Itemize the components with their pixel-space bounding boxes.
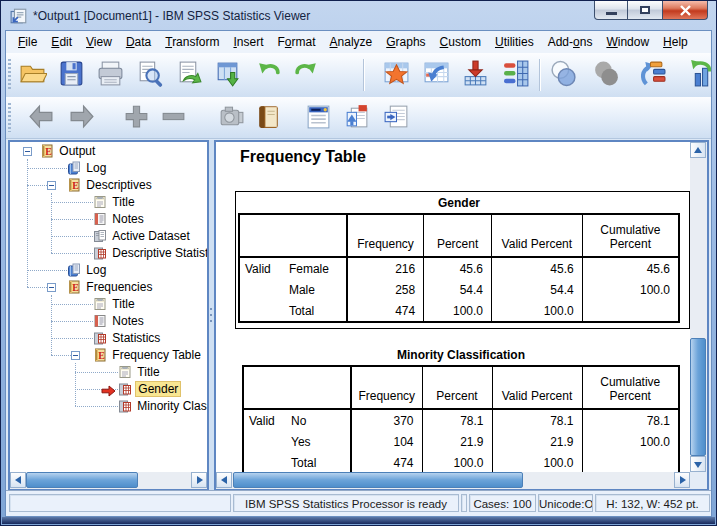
recall-dialogs-icon xyxy=(382,59,411,91)
outline-horizontal-scrollbar[interactable] xyxy=(10,472,207,489)
menu-custom[interactable]: Custom xyxy=(433,33,488,51)
tree-collapse-toggle[interactable] xyxy=(47,181,56,190)
menu-graphs[interactable]: Graphs xyxy=(379,33,432,51)
export-button[interactable] xyxy=(169,56,207,94)
outline-item-output[interactable]: E Output xyxy=(40,143,97,160)
outline-item-active-dataset[interactable]: Active Dataset xyxy=(93,228,192,245)
minimize-button[interactable] xyxy=(594,1,628,20)
toolbar-grip[interactable] xyxy=(8,59,11,91)
goto-data-button[interactable] xyxy=(208,56,246,94)
toolbar-grip[interactable] xyxy=(8,103,11,132)
title-icon xyxy=(93,297,107,311)
demote-button[interactable] xyxy=(63,100,99,136)
status-message: IBM SPSS Statistics Processor is ready xyxy=(233,494,459,512)
outline-item-frequency-table[interactable]: E Frequency Table xyxy=(93,347,203,364)
chart-builder-button[interactable] xyxy=(682,56,711,94)
value-cell: 370 xyxy=(351,409,422,431)
hide-output-button[interactable] xyxy=(213,100,249,136)
variables-button[interactable] xyxy=(497,56,535,94)
menu-transform[interactable]: Transform xyxy=(158,33,226,51)
menu-view[interactable]: View xyxy=(79,33,119,51)
menu-file[interactable]: File xyxy=(11,33,44,51)
tree-guide-line xyxy=(27,168,67,170)
outline-item-minority-class[interactable]: Minority Class xyxy=(118,398,207,415)
toolbar-separator xyxy=(363,59,365,91)
outline-item-statistics[interactable]: Statistics xyxy=(93,330,162,347)
output-vertical-scrollbar[interactable] xyxy=(690,142,707,472)
pivot-table-minority-classification[interactable]: Minority ClassificationFrequencyPercentV… xyxy=(242,346,680,472)
value-cell: 21.9 xyxy=(422,431,492,452)
maximize-button[interactable] xyxy=(628,1,662,20)
outline-item-frequencies[interactable]: E Frequencies xyxy=(67,279,154,296)
tree-collapse-toggle[interactable] xyxy=(47,283,56,292)
insert-variables-button[interactable] xyxy=(456,56,494,94)
outline-item-title[interactable]: Title xyxy=(93,194,137,211)
expand-button[interactable] xyxy=(118,100,154,136)
table-row: Yes10421.921.9100.0 xyxy=(243,431,679,452)
title-bar[interactable]: *Output1 [Document1] - IBM SPSS Statisti… xyxy=(2,2,715,30)
redo-button[interactable] xyxy=(287,56,325,94)
outline-item-descriptives[interactable]: E Descriptives xyxy=(67,177,154,194)
menu-add-ons[interactable]: Add-ons xyxy=(541,33,600,51)
app-icon xyxy=(10,7,28,25)
outline-item-notes[interactable]: Notes xyxy=(93,313,146,330)
table-title: Gender xyxy=(238,194,680,213)
value-cell: 100.0 xyxy=(492,452,582,472)
outline-tree: E Output LogE Descriptives Title Notes A… xyxy=(10,142,207,472)
undo-button[interactable] xyxy=(249,56,287,94)
menu-analyze[interactable]: Analyze xyxy=(323,33,380,51)
maximize-icon xyxy=(640,6,650,14)
collapse-button[interactable] xyxy=(155,100,191,136)
output-pane: Frequency Table GenderFrequencyPercentVa… xyxy=(214,140,709,491)
menu-edit[interactable]: Edit xyxy=(44,33,79,51)
outline-item-title[interactable]: Title xyxy=(118,364,162,381)
outline-item-gender[interactable]: Gender xyxy=(118,381,181,398)
insert-text-button[interactable] xyxy=(378,100,414,136)
tree-collapse-toggle[interactable] xyxy=(23,147,32,156)
window-bottom-edge xyxy=(2,517,715,524)
show-output-button[interactable] xyxy=(250,100,286,136)
scroll-thumb[interactable] xyxy=(26,472,138,488)
menu-format[interactable]: Format xyxy=(271,33,323,51)
show-tree-button[interactable] xyxy=(632,56,670,94)
outline-item-log[interactable]: Log xyxy=(67,262,108,279)
promote-button[interactable] xyxy=(23,100,59,136)
pivot-table-gender[interactable]: GenderFrequencyPercentValid PercentCumul… xyxy=(235,191,690,329)
scroll-thumb[interactable] xyxy=(690,338,706,456)
scroll-down-button[interactable] xyxy=(690,456,706,472)
menu-utilities[interactable]: Utilities xyxy=(488,33,541,51)
recall-dialogs-button[interactable] xyxy=(377,56,415,94)
scroll-left-button[interactable] xyxy=(216,472,232,488)
row-label-cell: Total xyxy=(287,452,351,472)
menu-window[interactable]: Window xyxy=(599,33,656,51)
goto-case-button[interactable] xyxy=(417,56,455,94)
outline-item-log[interactable]: Log xyxy=(67,160,108,177)
outline-item-label: Log xyxy=(84,263,108,277)
select-last-output-button[interactable] xyxy=(300,100,336,136)
split-file-button[interactable] xyxy=(587,56,625,94)
scroll-left-button[interactable] xyxy=(10,472,26,488)
scroll-thumb[interactable] xyxy=(233,472,523,488)
output-horizontal-scrollbar[interactable] xyxy=(216,472,690,489)
menu-data[interactable]: Data xyxy=(119,33,158,51)
output-heading[interactable]: Frequency Table xyxy=(240,148,366,166)
outline-item-title[interactable]: Title xyxy=(93,296,137,313)
insert-heading-button[interactable] xyxy=(338,100,374,136)
print-button[interactable] xyxy=(91,56,129,94)
frequency-table: FrequencyPercentValid PercentCumulative … xyxy=(242,365,680,472)
scroll-right-button[interactable] xyxy=(674,472,690,488)
row-label-cell: Yes xyxy=(287,431,351,452)
close-button[interactable] xyxy=(662,1,708,20)
tree-collapse-toggle[interactable] xyxy=(71,351,80,360)
log-icon xyxy=(67,263,81,277)
menu-help[interactable]: Help xyxy=(656,33,695,51)
scroll-up-button[interactable] xyxy=(690,142,706,158)
select-cases-button[interactable] xyxy=(544,56,582,94)
scroll-right-button[interactable] xyxy=(191,472,207,488)
save-button[interactable] xyxy=(52,56,90,94)
outline-item-notes[interactable]: Notes xyxy=(93,211,146,228)
open-button[interactable] xyxy=(13,56,51,94)
print-preview-button[interactable] xyxy=(130,56,168,94)
outline-item-descriptive-statist[interactable]: Descriptive Statist xyxy=(93,245,207,262)
menu-insert[interactable]: Insert xyxy=(226,33,270,51)
